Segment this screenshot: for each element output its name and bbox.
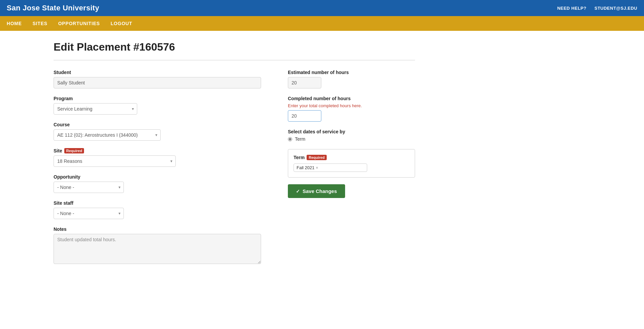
opportunity-group: Opportunity - None - ▾	[54, 174, 261, 193]
program-select-wrapper: Service Learning ▾	[54, 103, 137, 115]
notes-group: Notes Student updated total hours.	[54, 226, 261, 265]
student-input[interactable]	[54, 77, 261, 88]
form-right: Estimated number of hours Completed numb…	[288, 70, 415, 198]
completed-hours-error: Enter your total completed hours here.	[288, 103, 415, 108]
top-bar: San Jose State University NEED HELP? STU…	[0, 0, 644, 16]
site-required-badge: Required	[64, 148, 84, 153]
site-staff-group: Site staff - None - ▾	[54, 200, 261, 219]
site-group: Site Required 18 Reasons ▾	[54, 148, 261, 167]
site-staff-select[interactable]: - None -	[54, 208, 124, 219]
term-radio-row: Term	[288, 136, 415, 142]
nav-opportunities[interactable]: OPPORTUNITIES	[58, 17, 100, 30]
form-layout: Student Program Service Learning ▾ Cours…	[54, 70, 415, 272]
nav-logout[interactable]: LOGOUT	[110, 17, 132, 30]
select-dates-label: Select dates of service by	[288, 129, 415, 134]
term-required-badge: Required	[307, 155, 327, 160]
course-label: Course	[54, 122, 261, 127]
est-hours-label: Estimated number of hours	[288, 70, 415, 75]
save-changes-button[interactable]: ✓ Save Changes	[288, 184, 345, 198]
checkmark-icon: ✓	[296, 189, 300, 194]
notes-textarea[interactable]: Student updated total hours.	[54, 234, 261, 264]
completed-hours-label: Completed number of hours	[288, 96, 415, 101]
select-dates-group: Select dates of service by Term	[288, 129, 415, 142]
course-select[interactable]: AE 112 (02): Aerostructures I (344000)	[54, 129, 161, 141]
term-tag: Fall 2021 ×	[297, 165, 318, 170]
term-tag-remove-icon[interactable]: ×	[316, 166, 318, 170]
university-title: San Jose State University	[7, 4, 99, 12]
course-group: Course AE 112 (02): Aerostructures I (34…	[54, 122, 261, 141]
completed-hours-input[interactable]	[288, 110, 321, 122]
course-select-wrapper: AE 112 (02): Aerostructures I (344000) ▾	[54, 129, 161, 141]
est-hours-group: Estimated number of hours	[288, 70, 415, 88]
notes-label: Notes	[54, 226, 261, 232]
term-tag-input[interactable]: Fall 2021 ×	[294, 163, 367, 172]
site-select-wrapper: 18 Reasons ▾	[54, 155, 176, 167]
program-group: Program Service Learning ▾	[54, 96, 261, 115]
main-content: Edit Placement #160576 Student Program S…	[0, 31, 469, 282]
opportunity-label: Opportunity	[54, 174, 261, 180]
opportunity-select[interactable]: - None -	[54, 182, 124, 193]
term-box-label: Term Required	[294, 155, 409, 160]
divider	[54, 60, 415, 60]
program-label: Program	[54, 96, 261, 101]
nav-bar: HOME SITES OPPORTUNITIES LOGOUT	[0, 16, 644, 31]
user-email-link[interactable]: STUDENT@SJ.EDU	[594, 6, 637, 11]
term-radio-label[interactable]: Term	[295, 136, 305, 142]
page-title: Edit Placement #160576	[54, 41, 415, 53]
site-staff-label: Site staff	[54, 200, 261, 206]
nav-home[interactable]: HOME	[7, 17, 22, 30]
site-label: Site Required	[54, 148, 261, 153]
form-left: Student Program Service Learning ▾ Cours…	[54, 70, 261, 272]
need-help-link[interactable]: NEED HELP?	[557, 6, 586, 11]
completed-hours-group: Completed number of hours Enter your tot…	[288, 96, 415, 122]
nav-sites[interactable]: SITES	[32, 17, 47, 30]
site-staff-select-wrapper: - None - ▾	[54, 208, 124, 219]
student-group: Student	[54, 70, 261, 88]
est-hours-input[interactable]	[288, 77, 321, 88]
term-box: Term Required Fall 2021 ×	[288, 149, 415, 178]
term-radio[interactable]	[288, 137, 292, 141]
site-select[interactable]: 18 Reasons	[54, 155, 176, 167]
top-bar-right: NEED HELP? STUDENT@SJ.EDU	[557, 6, 637, 11]
opportunity-select-wrapper: - None - ▾	[54, 182, 124, 193]
program-select[interactable]: Service Learning	[54, 103, 137, 115]
student-label: Student	[54, 70, 261, 75]
